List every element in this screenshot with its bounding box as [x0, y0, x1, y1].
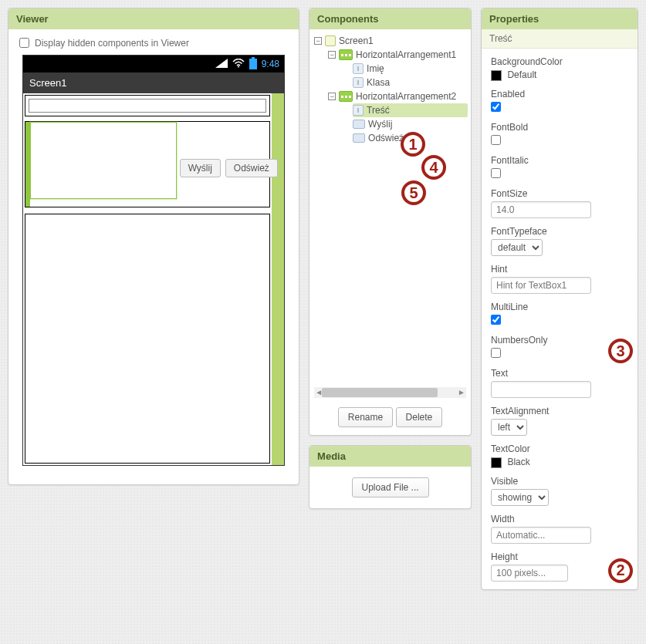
statusbar: 9:48	[23, 56, 284, 72]
delete-button[interactable]: Delete	[396, 407, 443, 427]
prop-fontbold: FontBold	[491, 122, 628, 147]
multiline-checkbox[interactable]	[491, 315, 501, 325]
tree-node-odswiez[interactable]: Odśwież	[353, 131, 468, 145]
tree-node-ha1[interactable]: − HorizontalArrangement1	[328, 48, 468, 62]
properties-panel: Properties Treść BackgroundColor Default…	[481, 8, 638, 590]
width-input[interactable]	[491, 527, 591, 544]
battery-icon	[249, 59, 257, 69]
textbox-icon: I	[353, 63, 364, 74]
wifi-icon	[232, 59, 245, 70]
callout-4: 4	[421, 155, 446, 180]
tree-node-klasa[interactable]: I Klasa	[353, 76, 468, 89]
text-input[interactable]	[491, 381, 591, 398]
display-hidden-checkbox[interactable]	[19, 38, 29, 48]
svg-point-1	[238, 66, 239, 67]
screen-icon	[325, 35, 336, 46]
imie-input-preview[interactable]	[29, 99, 266, 113]
send-button-preview[interactable]: Wyślij	[180, 159, 221, 177]
screen-titlebar: Screen1	[23, 72, 284, 93]
hint-input[interactable]	[491, 277, 591, 294]
components-panel: Components − Screen1 − HorizontalArrange…	[309, 8, 472, 436]
tree-node-wyslij[interactable]: Wyślij	[353, 117, 468, 131]
button-icon	[353, 120, 365, 129]
prop-hint: Hint	[491, 264, 628, 294]
media-panel: Media Upload File ...	[309, 445, 472, 509]
rename-button[interactable]: Rename	[338, 407, 393, 427]
color-swatch-icon	[491, 70, 502, 81]
button-icon	[353, 133, 365, 143]
components-header: Components	[309, 8, 471, 29]
scroll-thumb[interactable]	[322, 388, 438, 397]
viewer-header: Viewer	[8, 8, 299, 29]
horizontal-arrangement-icon	[339, 49, 353, 60]
numbersonly-checkbox[interactable]	[491, 348, 501, 358]
tree-node-imie[interactable]: I Imię	[353, 62, 468, 76]
prop-fontitalic: FontItalic	[491, 155, 628, 180]
prop-fontsize: FontSize	[491, 188, 628, 218]
tree-horizontal-scrollbar[interactable]: ◄ ►	[314, 387, 466, 398]
tree-node-ha2[interactable]: − HorizontalArrangement2	[328, 89, 468, 103]
clock: 9:48	[262, 59, 279, 69]
tree-node-tresc[interactable]: I Treść	[353, 103, 468, 117]
media-header: Media	[309, 446, 471, 467]
screen-outline	[25, 214, 270, 464]
horizontal-arrangement-icon	[339, 91, 353, 102]
svg-marker-0	[215, 59, 228, 68]
textbox-icon: I	[353, 77, 364, 88]
prop-width: Width	[491, 514, 628, 544]
signal-icon	[215, 59, 228, 70]
textalignment-select[interactable]: left	[491, 419, 527, 436]
textbox-icon: I	[353, 105, 364, 116]
properties-selected: Treść	[482, 29, 638, 49]
height-input[interactable]	[491, 565, 568, 582]
prop-fonttypeface: FontTypeface default	[491, 226, 628, 256]
fontsize-input[interactable]	[491, 201, 591, 218]
ha2-preview[interactable]: Wyślij Odśwież	[25, 121, 270, 207]
visible-select[interactable]: showing	[491, 489, 549, 506]
prop-textcolor[interactable]: TextColor Black	[491, 443, 628, 468]
fonttypeface-select[interactable]: default	[491, 239, 543, 256]
properties-header: Properties	[482, 8, 638, 29]
upload-file-button[interactable]: Upload File ...	[352, 477, 429, 497]
expander-icon[interactable]: −	[328, 93, 336, 100]
prop-text: Text	[491, 368, 628, 398]
tree-node-screen[interactable]: − Screen1	[314, 34, 468, 48]
enabled-checkbox[interactable]	[491, 102, 501, 112]
fontitalic-checkbox[interactable]	[491, 168, 501, 178]
prop-multiline: MultiLine	[491, 302, 628, 327]
component-tree: − Screen1 − HorizontalArrangement1 I Imi…	[309, 29, 471, 384]
scroll-right-icon[interactable]: ►	[457, 387, 466, 398]
prop-enabled: Enabled	[491, 89, 628, 114]
prop-visible: Visible showing	[491, 476, 628, 506]
display-hidden-label[interactable]: Display hidden components in Viewer	[16, 35, 189, 50]
color-swatch-icon	[491, 457, 502, 468]
prop-height: Height	[491, 551, 628, 582]
expander-icon[interactable]: −	[328, 51, 336, 59]
prop-backgroundcolor[interactable]: BackgroundColor Default	[491, 56, 628, 81]
expander-icon[interactable]: −	[314, 37, 322, 45]
prop-textalignment: TextAlignment left	[491, 406, 628, 436]
ha1-preview[interactable]	[25, 95, 270, 116]
phone-preview: 9:48 Screen1 Wyślij Odśwież	[22, 55, 285, 466]
viewer-panel: Viewer Display hidden components in View…	[8, 8, 299, 485]
refresh-button-preview[interactable]: Odśwież	[225, 159, 278, 177]
prop-numbersonly: NumbersOnly	[491, 335, 628, 360]
tresc-textbox-preview[interactable]	[30, 122, 177, 199]
fontbold-checkbox[interactable]	[491, 135, 501, 145]
phone-content: Wyślij Odśwież	[23, 93, 284, 465]
callout-5: 5	[401, 180, 426, 205]
